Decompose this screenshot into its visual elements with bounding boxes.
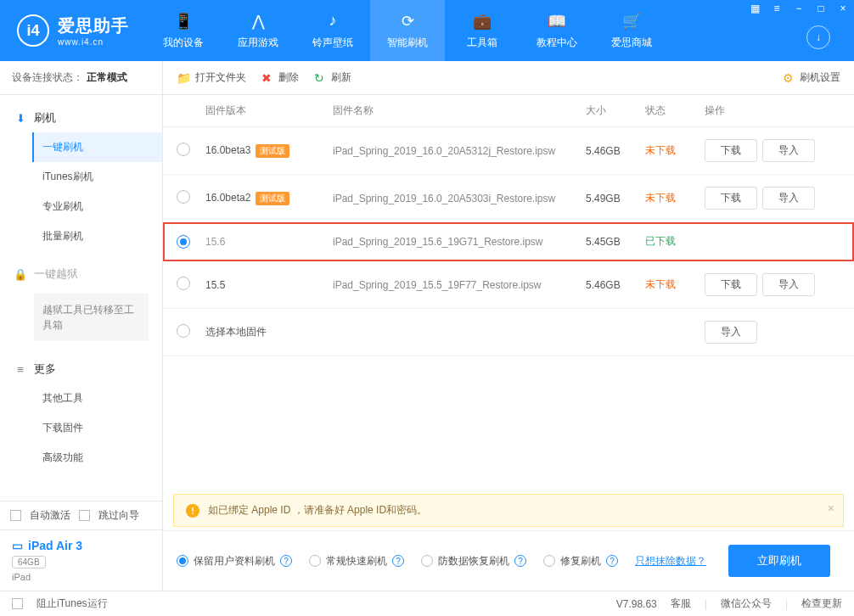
cell-status: 未下载 (645, 277, 705, 292)
download-button[interactable]: 下载 (705, 273, 757, 296)
apps-icon: ⋀ (249, 12, 267, 31)
nav-refresh[interactable]: ⟳智能刷机 (370, 0, 445, 61)
flash-settings-button[interactable]: ⚙刷机设置 (781, 70, 840, 85)
cell-size: 5.45GB (586, 236, 645, 248)
download-indicator-icon[interactable]: ↓ (806, 25, 830, 49)
cell-version: 15.5 (205, 279, 333, 291)
block-itunes-label: 阻止iTunes运行 (37, 596, 108, 611)
cell-ops: 下载导入 (705, 273, 840, 296)
skip-guide-checkbox[interactable] (79, 510, 90, 521)
option-radio[interactable] (309, 555, 321, 567)
nav-music[interactable]: ♪铃声壁纸 (295, 0, 370, 61)
wechat-link[interactable]: 微信公众号 (721, 596, 772, 611)
download-button[interactable]: 下载 (705, 139, 757, 162)
import-button[interactable]: 导入 (705, 321, 757, 344)
sidebar: 设备连接状态： 正常模式 ⬇ 刷机 一键刷机iTunes刷机专业刷机批量刷机 🔒… (0, 61, 163, 591)
cell-size: 5.46GB (586, 279, 645, 291)
maximize-button[interactable]: □ (810, 0, 832, 17)
flash-now-button[interactable]: 立即刷机 (728, 545, 830, 577)
open-folder-button[interactable]: 📁打开文件夹 (177, 70, 246, 85)
import-button[interactable]: 导入 (762, 139, 815, 162)
menu-flash[interactable]: ⬇ 刷机 (0, 104, 162, 132)
option-radio[interactable] (177, 555, 188, 567)
close-button[interactable]: × (832, 0, 854, 17)
sidebar-item-flash-0[interactable]: 一键刷机 (32, 132, 162, 162)
import-button[interactable]: 导入 (762, 187, 815, 210)
sidebar-item-flash-2[interactable]: 专业刷机 (34, 192, 162, 221)
firmware-row[interactable]: 16.0beta2测试版 iPad_Spring_2019_16.0_20A53… (163, 175, 854, 222)
main-nav: 📱我的设备⋀应用游戏♪铃声壁纸⟳智能刷机💼工具箱📖教程中心🛒爱思商城 (146, 0, 669, 61)
cell-status: 未下载 (645, 143, 705, 158)
import-button[interactable]: 导入 (762, 273, 815, 296)
option-radio[interactable] (421, 555, 433, 567)
block-itunes-checkbox[interactable] (12, 598, 23, 609)
flash-option-3[interactable]: 修复刷机? (543, 554, 618, 568)
app-name: 爱思助手 (58, 14, 129, 37)
sidebar-options: 自动激活 跳过向导 (0, 501, 162, 529)
th-name: 固件名称 (333, 104, 586, 118)
row-radio[interactable] (177, 190, 190, 204)
auto-activate-checkbox[interactable] (10, 510, 21, 521)
row-radio[interactable] (177, 277, 190, 290)
device-type: iPad (12, 572, 150, 582)
sidebar-item-more-1[interactable]: 下载固件 (34, 413, 162, 443)
row-radio[interactable] (177, 324, 190, 338)
nav-book[interactable]: 📖教程中心 (520, 0, 594, 61)
nav-cart[interactable]: 🛒爱思商城 (594, 0, 669, 61)
more-icon: ≡ (14, 362, 27, 376)
cell-size: 5.46GB (586, 145, 645, 157)
flash-option-0[interactable]: 保留用户资料刷机? (177, 554, 292, 568)
menu-jailbreak-label: 一键越狱 (34, 266, 78, 282)
cell-size: 5.49GB (586, 193, 645, 204)
notice-text: 如已绑定 Apple ID ，请准备好 Apple ID和密码。 (208, 503, 427, 518)
notice-close-button[interactable]: × (828, 501, 834, 515)
help-icon[interactable]: ? (514, 555, 526, 567)
cell-ops: 导入 (705, 321, 840, 344)
row-radio[interactable] (177, 143, 190, 156)
menu-icon[interactable]: ≡ (766, 0, 788, 17)
nav-apps[interactable]: ⋀应用游戏 (221, 0, 295, 61)
th-status: 状态 (645, 104, 705, 118)
nav-label: 铃声壁纸 (312, 36, 353, 50)
minimize-button[interactable]: − (788, 0, 810, 17)
refresh-button[interactable]: ↻刷新 (312, 70, 351, 85)
toolbar: 📁打开文件夹 ✖删除 ↻刷新 ⚙刷机设置 (163, 61, 854, 95)
footer: 阻止iTunes运行 V7.98.63 客服 | 微信公众号 | 检查更新 (0, 591, 854, 616)
check-update-link[interactable]: 检查更新 (801, 596, 842, 611)
flash-option-1[interactable]: 常规快速刷机? (309, 554, 404, 568)
grid-icon[interactable]: ▦ (744, 0, 766, 17)
firmware-row[interactable]: 选择本地固件 导入 (163, 309, 854, 356)
customer-service-link[interactable]: 客服 (671, 596, 691, 611)
flash-icon: ⬇ (14, 111, 27, 125)
help-icon[interactable]: ? (280, 555, 292, 567)
th-ops: 操作 (705, 104, 840, 118)
firmware-row[interactable]: 16.0beta3测试版 iPad_Spring_2019_16.0_20A53… (163, 127, 854, 175)
sidebar-item-flash-1[interactable]: iTunes刷机 (34, 162, 162, 192)
cell-version: 选择本地固件 (205, 325, 333, 339)
option-radio[interactable] (543, 555, 555, 567)
row-radio[interactable] (177, 235, 190, 249)
sidebar-item-more-2[interactable]: 高级功能 (34, 443, 162, 473)
sidebar-item-flash-3[interactable]: 批量刷机 (34, 221, 162, 251)
sidebar-item-more-0[interactable]: 其他工具 (34, 384, 162, 413)
cell-version: 16.0beta2测试版 (205, 192, 333, 205)
nav-phone[interactable]: 📱我的设备 (146, 0, 221, 61)
main-content: 📁打开文件夹 ✖删除 ↻刷新 ⚙刷机设置 固件版本 固件名称 大小 状态 操作 … (163, 61, 854, 591)
erase-data-link[interactable]: 只想抹除数据？ (635, 554, 706, 568)
firmware-row[interactable]: 15.6 iPad_Spring_2019_15.6_19G71_Restore… (163, 222, 854, 261)
help-icon[interactable]: ? (392, 555, 404, 567)
logo-icon: i4 (17, 14, 49, 47)
cell-version: 16.0beta3测试版 (205, 144, 333, 158)
warning-icon: ! (186, 504, 199, 518)
nav-toolbox[interactable]: 💼工具箱 (445, 0, 520, 61)
menu-more[interactable]: ≡ 更多 (0, 355, 162, 384)
device-info[interactable]: ▭ iPad Air 3 64GB iPad (0, 529, 162, 591)
window-controls: ▦ ≡ − □ × (744, 0, 854, 17)
help-icon[interactable]: ? (606, 555, 618, 567)
flash-option-2[interactable]: 防数据恢复刷机? (421, 554, 526, 568)
firmware-row[interactable]: 15.5 iPad_Spring_2019_15.5_19F77_Restore… (163, 261, 854, 309)
download-button[interactable]: 下载 (705, 187, 757, 210)
nav-label: 应用游戏 (238, 36, 278, 50)
delete-button[interactable]: ✖删除 (260, 70, 299, 85)
refresh-icon: ↻ (312, 71, 326, 85)
